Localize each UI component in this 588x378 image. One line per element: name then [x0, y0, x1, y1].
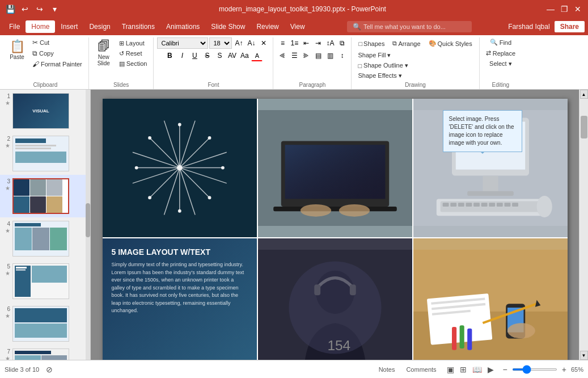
new-slide-button[interactable]: 🗐 New Slide — [92, 37, 115, 69]
zoom-slider[interactable] — [512, 368, 557, 371]
menu-view[interactable]: View — [285, 20, 311, 33]
shape-fill-button[interactable]: Shape Fill ▾ — [355, 51, 411, 60]
font-size-select[interactable]: 18 — [209, 37, 232, 49]
font-color-button[interactable]: A — [251, 50, 263, 61]
zoom-out-button[interactable]: − — [501, 364, 510, 375]
convert-smartart-button[interactable]: ⧉ — [336, 37, 348, 49]
align-left-button[interactable]: ⫷ — [277, 50, 288, 61]
customize-quick-access-button[interactable]: ▾ — [49, 3, 60, 15]
shapes-button[interactable]: □ Shapes — [355, 37, 388, 49]
copy-button[interactable]: ⧉ Copy — [29, 48, 85, 58]
line-spacing-button[interactable]: ↕ — [336, 50, 348, 61]
scrollbar-thumb[interactable] — [581, 116, 587, 138]
slide-sorter-button[interactable]: ⊞ — [458, 364, 469, 375]
restore-button[interactable]: ❐ — [559, 3, 570, 15]
slide-thumb-7[interactable]: 7 ★ — [0, 345, 90, 360]
menu-home[interactable]: Home — [26, 20, 55, 33]
cut-button[interactable]: ✂ Cut — [29, 37, 85, 48]
clear-formatting-button[interactable]: ✕ — [258, 37, 269, 49]
quick-styles-button[interactable]: 🎨 Quick Styles — [425, 37, 476, 49]
slide-thumb-1[interactable]: 1 ★ VISUAL — [0, 90, 90, 132]
bold-button[interactable]: B — [164, 50, 175, 61]
text-direction-button[interactable]: ↕A — [324, 37, 336, 49]
char-spacing-button[interactable]: AV — [226, 50, 238, 61]
cell-text-overlay[interactable]: 5 IMAGE LAYOUT W/TEXT Simply dummy text … — [103, 238, 257, 360]
menu-transitions[interactable]: Transitions — [116, 20, 160, 33]
svg-point-50 — [536, 196, 552, 217]
format-painter-button[interactable]: 🖌 Format Painter — [29, 59, 85, 69]
arrange-button[interactable]: ⧉ Arrange — [389, 37, 424, 49]
notes-button[interactable]: Notes — [375, 365, 399, 374]
accessibility-button[interactable]: ⊘ — [44, 364, 55, 375]
slide-thumb-3[interactable]: 3 ★ — [0, 175, 90, 217]
slideshow-view-button[interactable]: ▶ — [485, 364, 496, 375]
shape-outline-button[interactable]: □ Shape Outline ▾ — [355, 61, 411, 70]
align-right-button[interactable]: ⫸ — [301, 50, 312, 61]
scrollbar-track[interactable] — [580, 99, 588, 351]
font-family-select[interactable]: Calibri — [157, 37, 208, 49]
strikethrough-button[interactable]: S — [201, 50, 213, 61]
scroll-down-button[interactable]: ▼ — [580, 351, 588, 360]
canvas-area[interactable]: Select image. Press 'DELETE' and click o… — [91, 90, 579, 360]
save-button[interactable]: 💾 — [5, 3, 16, 15]
decrease-indent-button[interactable]: ⇤ — [301, 37, 312, 49]
user-name[interactable]: Farshad Iqbal — [508, 23, 549, 31]
slide-thumb-5[interactable]: 5 ★ — [0, 260, 90, 303]
svg-rect-37 — [467, 191, 514, 196]
select-button[interactable]: Select ▾ — [487, 59, 515, 69]
paste-button[interactable]: 📋 Paste — [6, 37, 28, 69]
reading-view-button[interactable]: 📖 — [470, 364, 484, 375]
menu-review[interactable]: Review — [251, 20, 284, 33]
share-button[interactable]: Share — [555, 21, 585, 32]
font-increase-button[interactable]: A↑ — [233, 37, 244, 49]
cell-headphone[interactable]: 154 — [258, 238, 412, 360]
slide-thumb-6[interactable]: 6 ★ — [0, 303, 90, 345]
redo-button[interactable]: ↪ — [34, 3, 45, 15]
svg-rect-29 — [273, 207, 397, 211]
menu-file[interactable]: File — [3, 20, 26, 33]
slide-panel-scrollbar[interactable] — [86, 90, 90, 360]
increase-indent-button[interactable]: ⇥ — [312, 37, 324, 49]
shadow-button[interactable]: S — [214, 50, 225, 61]
vertical-scrollbar[interactable]: ▲ ▼ — [579, 90, 588, 360]
normal-view-button[interactable]: ▣ — [445, 364, 456, 375]
justify-button[interactable]: ▤ — [312, 50, 324, 61]
underline-button[interactable]: U — [189, 50, 200, 61]
cell-fireworks[interactable] — [103, 99, 257, 237]
bullets-button[interactable]: ≡ — [277, 37, 288, 49]
slide-thumb-4[interactable]: 4 ★ — [0, 217, 90, 260]
svg-line-6 — [180, 137, 211, 168]
align-center-button[interactable]: ☰ — [289, 50, 300, 61]
cell-laptop[interactable] — [258, 99, 412, 237]
svg-line-16 — [180, 168, 227, 183]
zoom-in-button[interactable]: + — [560, 364, 569, 375]
layout-button[interactable]: ⊞ Layout — [116, 39, 150, 48]
replace-button[interactable]: ⇄ Replace — [483, 48, 518, 58]
cell-desk[interactable] — [413, 238, 568, 360]
svg-rect-45 — [481, 203, 487, 207]
scroll-up-button[interactable]: ▲ — [580, 90, 588, 99]
slide-thumb-2[interactable]: 2 ★ — [0, 132, 90, 175]
minimize-button[interactable]: — — [545, 3, 556, 15]
reset-button[interactable]: ↺ Reset — [116, 49, 150, 58]
section-button[interactable]: ▤ Section — [116, 59, 150, 69]
undo-button[interactable]: ↩ — [19, 3, 31, 15]
shape-effects-button[interactable]: Shape Effects ▾ — [355, 71, 411, 81]
svg-rect-41 — [450, 203, 456, 207]
menu-animations[interactable]: Animations — [160, 20, 205, 33]
menu-slideshow[interactable]: Slide Show — [205, 20, 251, 33]
find-button[interactable]: 🔍 Find — [487, 37, 514, 47]
svg-point-31 — [339, 204, 369, 217]
columns-button[interactable]: ▥ — [324, 50, 336, 61]
slide-star-4: ★ — [5, 228, 10, 234]
numbering-button[interactable]: 1≡ — [289, 37, 300, 49]
comments-button[interactable]: Comments — [403, 365, 439, 374]
italic-button[interactable]: I — [176, 50, 188, 61]
change-case-button[interactable]: Aa — [239, 50, 250, 61]
close-button[interactable]: ✕ — [572, 3, 583, 15]
menu-insert[interactable]: Insert — [55, 20, 83, 33]
font-decrease-button[interactable]: A↓ — [246, 37, 257, 49]
menu-design[interactable]: Design — [83, 20, 116, 33]
drawing-group: □ Shapes ⧉ Arrange 🎨 Quick Styles Shape … — [352, 37, 479, 89]
slide-panel-scrollbar-thumb[interactable] — [86, 203, 90, 237]
